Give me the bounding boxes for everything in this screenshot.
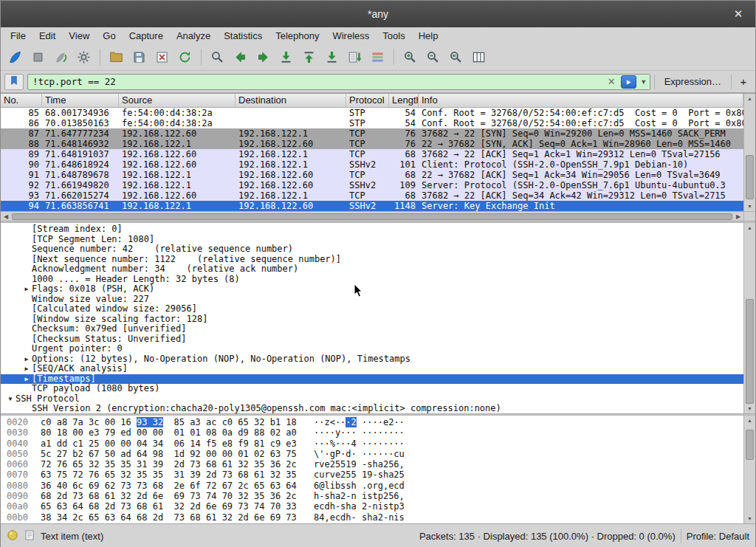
packet-row[interactable]: 8771.647777234192.168.122.60192.168.122.… [1, 128, 743, 139]
detail-line[interactable]: ▶[Timestamps] [1, 374, 743, 385]
resize-columns-button[interactable] [467, 46, 490, 68]
detail-line[interactable]: [Window size scaling factor: 128] [1, 314, 743, 325]
zoom-out-button[interactable] [422, 46, 444, 68]
packet-row[interactable]: 9471.663856741192.168.122.1192.168.122.6… [1, 201, 743, 211]
packet-row[interactable]: 9271.661949820192.168.122.1192.168.122.6… [1, 180, 743, 190]
menu-file[interactable]: File [4, 29, 32, 43]
column-header-source[interactable]: Source [119, 94, 236, 107]
expander-open-icon[interactable]: ▼ [5, 394, 16, 405]
detail-line[interactable]: ▶Flags: 0x018 (PSH, ACK) [1, 284, 743, 295]
expert-info-button[interactable] [7, 529, 18, 543]
packet-list-hscrollbar[interactable]: ◀ ▶ [1, 211, 743, 221]
bytes-vscroll-thumb[interactable] [746, 430, 754, 460]
column-header-length[interactable]: Length [389, 94, 419, 107]
detail-line[interactable]: ▼SSH Protocol [1, 394, 743, 405]
packet-row[interactable]: 8568.001734936fe:54:00:d4:38:2aSTP54Conf… [1, 108, 743, 118]
details-vscroll-thumb[interactable] [746, 299, 754, 404]
hex-row[interactable]: 009068 2d 73 68 61 32 2d 6e 69 73 74 70 … [1, 491, 743, 501]
menu-view[interactable]: View [62, 29, 96, 43]
menu-tools[interactable]: Tools [376, 29, 411, 43]
scroll-up-icon[interactable]: ▲ [744, 416, 755, 425]
column-header-no[interactable]: No. [1, 94, 42, 107]
menu-help[interactable]: Help [412, 29, 445, 43]
menu-edit[interactable]: Edit [32, 29, 62, 43]
scroll-up-icon[interactable]: ▲ [744, 94, 755, 103]
detail-line[interactable]: [TCP Segment Len: 1080] [1, 235, 743, 245]
open-file-button[interactable] [105, 46, 128, 68]
menu-wireless[interactable]: Wireless [326, 29, 376, 43]
scroll-up-icon[interactable]: ▲ [744, 223, 755, 233]
menu-go[interactable]: Go [96, 29, 122, 43]
menu-analyze[interactable]: Analyze [170, 29, 217, 43]
detail-line[interactable]: [Calculated window size: 29056] [1, 304, 743, 314]
column-header-info[interactable]: Info [419, 94, 743, 107]
colorize-button[interactable] [366, 46, 389, 68]
capture-comment-button[interactable] [24, 529, 35, 543]
detail-line[interactable]: [Checksum Status: Unverified] [1, 334, 743, 345]
add-filter-button[interactable]: + [735, 74, 752, 90]
detail-line[interactable]: Sequence number: 42 (relative sequence n… [1, 244, 743, 255]
filter-history-dropdown[interactable]: ▼ [638, 78, 650, 86]
packet-list-hscroll-thumb[interactable] [12, 213, 732, 220]
menu-capture[interactable]: Capture [123, 29, 170, 43]
auto-scroll-button[interactable] [343, 46, 366, 68]
scroll-down-icon[interactable]: ▼ [744, 514, 755, 523]
packet-row[interactable]: 9371.662015274192.168.122.60192.168.122.… [1, 190, 743, 201]
column-header-protocol[interactable]: Protocol [346, 94, 389, 107]
profile-status[interactable]: Profile: Default [687, 531, 749, 542]
stop-capture-button[interactable] [27, 46, 49, 68]
packet-row[interactable]: 8871.648146932192.168.122.1192.168.122.6… [1, 139, 743, 149]
detail-line[interactable]: TCP payload (1080 bytes) [1, 384, 743, 394]
detail-line[interactable]: SSH Version 2 (encryption:chacha20-poly1… [1, 404, 743, 413]
hex-row[interactable]: 006072 76 65 32 35 35 31 39 2d 73 68 61 … [1, 459, 743, 469]
packet-row[interactable]: 9071.648618924192.168.122.60192.168.122.… [1, 159, 743, 170]
restart-capture-button[interactable] [49, 46, 72, 68]
expander-closed-icon[interactable]: ▶ [21, 374, 32, 385]
detail-line[interactable]: ▶Options: (12 bytes), No-Operation (NOP)… [1, 354, 743, 365]
go-last-button[interactable] [320, 46, 343, 68]
hex-row[interactable]: 0040a1 dd c1 25 00 00 04 34 06 14 f5 e8 … [1, 438, 743, 449]
expander-closed-icon[interactable]: ▶ [21, 364, 32, 374]
close-window-button[interactable]: ✕ [729, 1, 748, 27]
details-vscrollbar[interactable]: ▲ ▼ [743, 223, 755, 413]
hex-row[interactable]: 003080 18 00 e3 79 ed 00 00 01 01 08 0a … [1, 427, 743, 438]
expression-button[interactable]: Expression… [659, 76, 727, 87]
save-file-button[interactable] [128, 46, 151, 68]
scroll-down-icon[interactable]: ▼ [744, 202, 755, 211]
detail-line[interactable]: Checksum: 0x79ed [unverified] [1, 324, 743, 334]
find-packet-button[interactable] [206, 46, 229, 68]
detail-line[interactable]: [Stream index: 0] [1, 224, 743, 235]
hex-row[interactable]: 00505c 27 b2 67 50 ad 64 98 1d 92 00 00 … [1, 449, 743, 459]
bytes-vscrollbar[interactable]: ▲ ▼ [743, 416, 755, 523]
go-back-button[interactable] [229, 46, 252, 68]
detail-line[interactable]: Window size value: 227 [1, 295, 743, 305]
hex-row[interactable]: 0020c0 a8 7a 3c 00 16 93 32 85 a3 ac c0 … [1, 417, 743, 427]
scroll-left-icon[interactable]: ◀ [1, 213, 11, 220]
detail-line[interactable]: Acknowledgment number: 34 (relative ack … [1, 264, 743, 275]
close-file-button[interactable] [151, 46, 173, 68]
packet-list-vscroll-thumb[interactable] [746, 155, 754, 199]
scroll-down-icon[interactable]: ▼ [744, 404, 755, 413]
hex-row[interactable]: 00a065 63 64 68 2d 73 68 61 32 2d 6e 69 … [1, 501, 743, 512]
detail-line[interactable]: Urgent pointer: 0 [1, 344, 743, 354]
menu-statistics[interactable]: Statistics [217, 29, 269, 43]
detail-line[interactable]: 1000 .... = Header Length: 32 bytes (8) [1, 275, 743, 285]
hex-row[interactable]: 008036 40 6c 69 62 73 73 68 2e 6f 72 67 … [1, 481, 743, 491]
zoom-in-button[interactable] [399, 46, 422, 68]
packet-row[interactable]: 8670.013850163fe:54:00:d4:38:2aSTP54Conf… [1, 118, 743, 128]
detail-line[interactable]: ▶[SEQ/ACK analysis] [1, 364, 743, 374]
go-first-button[interactable] [298, 46, 320, 68]
expander-closed-icon[interactable]: ▶ [21, 284, 32, 295]
filter-bookmark-button[interactable] [4, 74, 24, 90]
start-capture-button[interactable] [4, 46, 27, 68]
display-filter-input[interactable] [28, 76, 604, 87]
go-to-packet-button[interactable] [275, 46, 298, 68]
expander-closed-icon[interactable]: ▶ [21, 354, 32, 365]
filter-apply-button[interactable] [621, 75, 636, 89]
packet-row[interactable]: 9171.648789678192.168.122.1192.168.122.6… [1, 170, 743, 180]
column-header-time[interactable]: Time [42, 94, 119, 107]
hex-row[interactable]: 00b038 34 2c 65 63 64 68 2d 73 68 61 32 … [1, 512, 743, 523]
detail-line[interactable]: [Next sequence number: 1122 (relative se… [1, 255, 743, 265]
zoom-normal-button[interactable] [444, 46, 467, 68]
hex-row[interactable]: 007063 75 72 76 65 32 35 35 31 39 2d 73 … [1, 469, 743, 480]
